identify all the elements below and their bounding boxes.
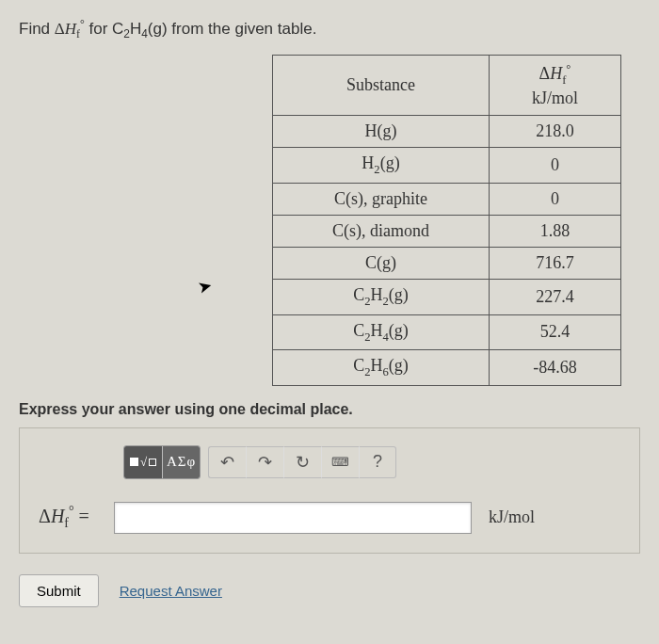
toolbar-format-group: √ ΑΣφ: [123, 445, 201, 479]
keyboard-icon: ⌨: [331, 455, 349, 469]
redo-button[interactable]: ↷: [246, 446, 283, 478]
help-icon: ?: [373, 452, 382, 472]
reset-button[interactable]: ↻: [283, 446, 321, 478]
undo-icon: ↶: [220, 452, 234, 473]
table-row: H(g)218.0: [273, 116, 621, 148]
answer-unit: kJ/mol: [489, 507, 535, 527]
table-row: H2(g)0: [273, 148, 621, 184]
table-row: C2H6(g)-84.68: [273, 350, 621, 386]
table-header-substance: Substance: [273, 56, 490, 116]
question-target: for C2H4(g) from the given table.: [88, 20, 316, 38]
table-row: C(g)716.7: [273, 247, 621, 279]
bottom-row: Submit Request Answer: [19, 574, 640, 607]
request-answer-link[interactable]: Request Answer: [120, 583, 222, 599]
reset-icon: ↻: [296, 452, 310, 473]
answer-row: ΔHf° = kJ/mol: [39, 502, 620, 534]
redo-icon: ↷: [258, 452, 272, 473]
table-header-unit: kJ/mol: [532, 89, 578, 107]
table-header-dh: ΔHf° kJ/mol: [490, 56, 621, 116]
template-button[interactable]: √: [124, 446, 162, 478]
answer-input[interactable]: [114, 502, 472, 534]
table-row: C2H4(g)52.4: [273, 314, 621, 350]
undo-button[interactable]: ↶: [208, 446, 246, 478]
help-button[interactable]: ?: [359, 446, 396, 478]
data-table: Substance ΔHf° kJ/mol H(g)218.0 H2(g)0 C…: [272, 55, 621, 386]
question-prefix: Find: [19, 20, 55, 38]
question-text: Find ΔHf° for C2H4(g) from the given tab…: [19, 17, 640, 41]
express-prompt: Express your answer using one decimal pl…: [19, 401, 640, 418]
answer-label: ΔHf° =: [39, 504, 104, 531]
greek-button[interactable]: ΑΣφ: [162, 446, 200, 478]
question-delta-h: ΔHf°: [55, 20, 85, 38]
equation-toolbar: √ ΑΣφ ↶ ↷ ↻ ⌨ ?: [123, 445, 620, 479]
answer-panel: √ ΑΣφ ↶ ↷ ↻ ⌨ ? ΔHf° = kJ/mol: [19, 427, 640, 554]
submit-button[interactable]: Submit: [19, 574, 99, 607]
table-row: C(s), graphite0: [273, 183, 621, 215]
keyboard-button[interactable]: ⌨: [321, 446, 359, 478]
table-row: C2H2(g)227.4: [273, 279, 621, 314]
table-row: C(s), diamond1.88: [273, 215, 621, 247]
